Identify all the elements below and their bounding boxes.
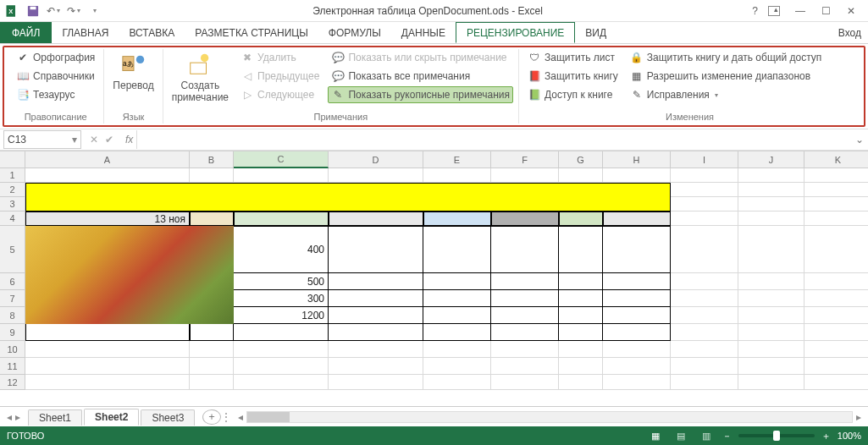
cell-F8[interactable] bbox=[491, 307, 559, 324]
row-header-5[interactable]: 5 bbox=[0, 226, 25, 273]
cell-J10[interactable] bbox=[738, 341, 804, 358]
cell-I7[interactable] bbox=[671, 290, 738, 307]
col-header-D[interactable]: D bbox=[329, 151, 423, 168]
cell-J7[interactable] bbox=[738, 290, 804, 307]
show-ink-button[interactable]: ✎Показать рукописные примечания bbox=[328, 86, 513, 103]
hscroll-right-icon[interactable]: ▸ bbox=[856, 411, 861, 423]
cell-B12[interactable] bbox=[190, 375, 234, 390]
cell-C9[interactable] bbox=[234, 324, 329, 341]
cell-F12[interactable] bbox=[491, 375, 559, 390]
cell-J1[interactable] bbox=[738, 168, 804, 183]
cell-D1[interactable] bbox=[329, 168, 423, 183]
cell-A2[interactable] bbox=[25, 183, 190, 197]
new-comment-button[interactable]: Создать примечание bbox=[169, 49, 232, 105]
cell-G11[interactable] bbox=[559, 358, 603, 375]
cell-D7[interactable] bbox=[329, 290, 423, 307]
cell-K6[interactable] bbox=[804, 273, 868, 290]
zoom-slider[interactable] bbox=[738, 434, 815, 437]
col-header-G[interactable]: G bbox=[559, 151, 603, 168]
cell-F7[interactable] bbox=[491, 290, 559, 307]
row-header-6[interactable]: 6 bbox=[0, 273, 25, 290]
cell-C5[interactable]: 400 bbox=[234, 226, 329, 273]
cell-D2[interactable] bbox=[329, 183, 423, 197]
tab-вставка[interactable]: ВСТАВКА bbox=[119, 22, 185, 43]
cell-H10[interactable] bbox=[603, 341, 671, 358]
cell-D8[interactable] bbox=[329, 307, 423, 324]
cell-B9[interactable] bbox=[190, 324, 234, 341]
cell-F1[interactable] bbox=[491, 168, 559, 183]
cell-F10[interactable] bbox=[491, 341, 559, 358]
col-header-F[interactable]: F bbox=[491, 151, 559, 168]
hscroll-left-icon[interactable]: ◂ bbox=[238, 411, 243, 423]
cell-A10[interactable] bbox=[25, 341, 190, 358]
cell-J11[interactable] bbox=[738, 358, 804, 375]
protect-share-button[interactable]: 🔒Защитить книгу и дать общий доступ bbox=[627, 49, 826, 66]
cell-K10[interactable] bbox=[804, 341, 868, 358]
track-changes-button[interactable]: ✎Исправления▾ bbox=[627, 86, 826, 103]
tab-данные[interactable]: ДАННЫЕ bbox=[391, 22, 456, 43]
cell-H1[interactable] bbox=[603, 168, 671, 183]
sheet-tab-sheet3[interactable]: Sheet3 bbox=[141, 409, 195, 426]
cell-J9[interactable] bbox=[738, 324, 804, 341]
cell-E11[interactable] bbox=[423, 358, 491, 375]
cell-H9[interactable] bbox=[603, 324, 671, 341]
row-header-12[interactable]: 12 bbox=[0, 375, 25, 390]
cell-I6[interactable] bbox=[671, 273, 738, 290]
protect-book-button[interactable]: 📕Защитить книгу bbox=[524, 68, 622, 85]
cell-D9[interactable] bbox=[329, 324, 423, 341]
row-header-10[interactable]: 10 bbox=[0, 341, 25, 358]
ribbon-display-icon[interactable]: ▴ bbox=[768, 6, 780, 16]
row-header-11[interactable]: 11 bbox=[0, 358, 25, 375]
row-header-3[interactable]: 3 bbox=[0, 197, 25, 212]
cell-K7[interactable] bbox=[804, 290, 868, 307]
tab-рецензирование[interactable]: РЕЦЕНЗИРОВАНИЕ bbox=[456, 22, 575, 43]
spelling-button[interactable]: ✔Орфография bbox=[13, 49, 98, 66]
cell-J12[interactable] bbox=[738, 375, 804, 390]
row-header-8[interactable]: 8 bbox=[0, 307, 25, 324]
cell-C2[interactable] bbox=[234, 183, 329, 197]
tab-главная[interactable]: ГЛАВНАЯ bbox=[52, 22, 119, 43]
translate-button[interactable]: aあ Перевод bbox=[109, 49, 157, 93]
view-normal-icon[interactable]: ▦ bbox=[646, 429, 665, 442]
cell-E6[interactable] bbox=[423, 273, 491, 290]
embedded-image[interactable] bbox=[25, 226, 234, 324]
cell-G3[interactable] bbox=[559, 197, 603, 212]
view-pagebreak-icon[interactable]: ▥ bbox=[697, 429, 716, 442]
formula-bar[interactable] bbox=[136, 130, 851, 149]
showall-comments-button[interactable]: 💬Показать все примечания bbox=[328, 68, 513, 85]
qat-customize-icon[interactable]: ▾ bbox=[85, 2, 103, 20]
cell-H6[interactable] bbox=[603, 273, 671, 290]
cell-F3[interactable] bbox=[491, 197, 559, 212]
cell-K1[interactable] bbox=[804, 168, 868, 183]
cell-F9[interactable] bbox=[491, 324, 559, 341]
cell-I11[interactable] bbox=[671, 358, 738, 375]
cell-C7[interactable]: 300 bbox=[234, 290, 329, 307]
cell-D4[interactable] bbox=[329, 212, 423, 226]
cell-E10[interactable] bbox=[423, 341, 491, 358]
cell-B3[interactable] bbox=[190, 197, 234, 212]
cell-K12[interactable] bbox=[804, 375, 868, 390]
cell-F6[interactable] bbox=[491, 273, 559, 290]
cell-I3[interactable] bbox=[671, 197, 738, 212]
cell-E7[interactable] bbox=[423, 290, 491, 307]
hscroll-thumb[interactable] bbox=[247, 412, 290, 422]
cell-G10[interactable] bbox=[559, 341, 603, 358]
cell-A4[interactable]: 13 ноя bbox=[25, 212, 190, 226]
cell-D6[interactable] bbox=[329, 273, 423, 290]
cell-H3[interactable] bbox=[603, 197, 671, 212]
cell-I9[interactable] bbox=[671, 324, 738, 341]
cell-H2[interactable] bbox=[603, 183, 671, 197]
cell-K9[interactable] bbox=[804, 324, 868, 341]
tab-file[interactable]: ФАЙЛ bbox=[0, 22, 52, 43]
col-header-H[interactable]: H bbox=[603, 151, 671, 168]
cell-K3[interactable] bbox=[804, 197, 868, 212]
name-box[interactable]: C13▾ bbox=[3, 130, 81, 149]
cell-B1[interactable] bbox=[190, 168, 234, 183]
cell-G8[interactable] bbox=[559, 307, 603, 324]
cell-G7[interactable] bbox=[559, 290, 603, 307]
research-button[interactable]: 📖Справочники bbox=[13, 68, 98, 85]
cell-D12[interactable] bbox=[329, 375, 423, 390]
cell-B2[interactable] bbox=[190, 183, 234, 197]
cell-E8[interactable] bbox=[423, 307, 491, 324]
select-all-corner[interactable] bbox=[0, 151, 25, 168]
